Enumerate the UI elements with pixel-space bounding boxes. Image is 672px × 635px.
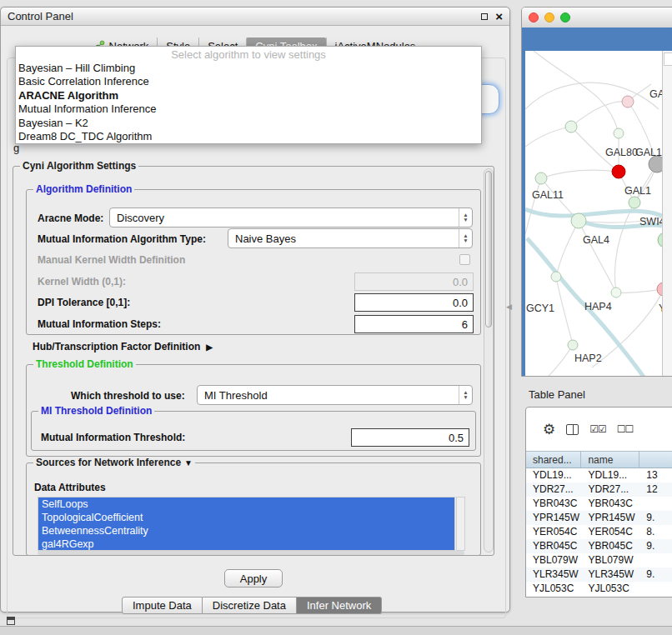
network-canvas[interactable]: GAL8GAL80GAL10GAL11GAL1SWI4GAL4GCY1HAP4Y… xyxy=(525,51,662,377)
table-cell: YER054C xyxy=(526,525,581,539)
kernel-width-field[interactable]: 0.0 xyxy=(354,272,474,291)
sources-title: Sources for Network Inference xyxy=(36,457,181,468)
mi-type-select[interactable]: Naive Bayes ▲▼ xyxy=(228,228,473,248)
network-edge[interactable] xyxy=(525,82,659,109)
mi-threshold-label: Mutual Information Threshold: xyxy=(41,432,185,443)
network-edge[interactable] xyxy=(556,221,579,277)
manual-kernel-label: Manual Kernel Width Definition xyxy=(38,254,185,266)
scrollbar-thumb[interactable] xyxy=(485,171,492,328)
table-cell: YBR043C xyxy=(581,497,639,511)
network-edge[interactable] xyxy=(525,127,571,147)
network-node[interactable] xyxy=(649,156,662,172)
network-node[interactable] xyxy=(622,96,634,108)
table-row[interactable]: YLR345WYLR345W9. xyxy=(526,568,672,582)
close-icon[interactable]: × xyxy=(495,10,503,22)
restore-panel-icon[interactable] xyxy=(7,617,15,625)
network-edge-highlighted[interactable] xyxy=(525,209,662,216)
algorithm-option[interactable]: Basic Correlation Inference xyxy=(16,75,481,88)
aracne-mode-value: Discovery xyxy=(110,212,164,224)
cyni-settings-title: Cyni Algorithm Settings xyxy=(20,160,138,172)
data-attributes-list[interactable]: SelfLoopsTopologicalCoefficientBetweenne… xyxy=(38,497,455,551)
algorithm-option[interactable]: Bayesian – K2 xyxy=(16,117,481,130)
node-label: GAL8 xyxy=(649,88,662,100)
stepper-icon: ▲▼ xyxy=(459,386,472,404)
table-cell xyxy=(639,497,672,511)
network-edge[interactable] xyxy=(579,221,616,292)
column-header[interactable]: shared... xyxy=(526,452,581,468)
mi-steps-field[interactable]: 6 xyxy=(354,315,474,333)
network-node[interactable] xyxy=(629,197,640,208)
zoom-traffic-light-icon[interactable] xyxy=(560,12,570,22)
table-cell: YDR27... xyxy=(581,482,639,497)
attribute-list-item[interactable]: TopologicalCoefficient xyxy=(38,511,454,524)
table-row[interactable]: YDR27...YDR27...12 xyxy=(526,482,672,497)
table-panel-title: Table Panel xyxy=(529,388,585,401)
attribute-list-item[interactable]: SelfLoops xyxy=(38,498,454,511)
close-traffic-light-icon[interactable] xyxy=(529,12,539,22)
network-node[interactable] xyxy=(612,165,625,178)
network-node[interactable] xyxy=(535,172,547,184)
algorithm-option[interactable]: Mutual Information Inference xyxy=(16,102,481,116)
which-threshold-select[interactable]: MI Threshold ▲▼ xyxy=(197,385,473,405)
network-node[interactable] xyxy=(551,272,561,282)
network-edge[interactable] xyxy=(616,289,662,293)
table-row[interactable]: YBL079WYBL079W xyxy=(526,553,672,568)
aracne-mode-select[interactable]: Discovery ▲▼ xyxy=(109,208,473,228)
chevron-down-icon: ▼ xyxy=(184,458,193,468)
select-all-columns-icon[interactable]: ☑☑ xyxy=(589,423,606,435)
tab-infer-network[interactable]: Infer Network xyxy=(297,597,382,614)
control-panel-titlebar[interactable]: Control Panel × xyxy=(1,8,509,26)
attributes-list-hscrollbar[interactable] xyxy=(38,551,464,555)
table-cell: YJL053C xyxy=(581,582,639,596)
table-row[interactable]: YDL19...YDL19...13 xyxy=(526,468,672,482)
node-label: GCY1 xyxy=(526,302,554,314)
network-edge[interactable] xyxy=(529,345,573,377)
settings-vertical-scrollbar[interactable] xyxy=(484,168,494,552)
attribute-list-item[interactable]: gal4RGexp xyxy=(38,538,454,551)
table-row[interactable]: YJL053CYJL053C xyxy=(526,582,672,596)
table-row[interactable]: YBR045CYBR045C9. xyxy=(526,539,672,553)
network-edge[interactable] xyxy=(525,178,541,234)
network-node[interactable] xyxy=(611,288,621,298)
attribute-list-item[interactable]: BetweennessCentrality xyxy=(38,524,454,538)
table-cell: 13 xyxy=(639,468,672,482)
table-row[interactable]: YPR145WYPR145W9. xyxy=(526,511,672,525)
table-row[interactable]: YER054CYER054C8. xyxy=(526,525,672,539)
minimize-traffic-light-icon[interactable] xyxy=(544,12,554,22)
table-header-row[interactable]: shared...name xyxy=(526,451,672,468)
table-row[interactable]: YBR043CYBR043C xyxy=(526,497,672,511)
attributes-list-scrollbar[interactable] xyxy=(456,497,465,551)
column-header[interactable] xyxy=(639,452,672,468)
table-cell: YER054C xyxy=(581,525,639,539)
network-node[interactable] xyxy=(614,128,624,138)
column-header[interactable]: name xyxy=(581,452,639,468)
network-node[interactable] xyxy=(568,340,578,350)
network-graph[interactable]: GAL8GAL80GAL10GAL11GAL1SWI4GAL4GCY1HAP4Y… xyxy=(525,51,662,377)
network-edge[interactable] xyxy=(534,51,619,133)
network-edge[interactable] xyxy=(571,102,628,127)
network-node[interactable] xyxy=(565,121,577,132)
columns-icon[interactable] xyxy=(566,424,579,435)
tab-discretize-data[interactable]: Discretize Data xyxy=(203,597,297,614)
deselect-all-columns-icon[interactable]: ☐☐ xyxy=(617,423,634,435)
algorithm-option[interactable]: Bayesian – Hill Climbing xyxy=(16,62,481,75)
network-vertical-scrollbar[interactable] xyxy=(662,51,672,377)
panel-divider-handle[interactable]: ◀ xyxy=(506,302,512,311)
gear-icon[interactable]: ⚙ xyxy=(543,422,555,437)
manual-kernel-checkbox[interactable] xyxy=(459,254,470,265)
network-window-titlebar[interactable] xyxy=(522,8,672,28)
dpi-tolerance-value: 0.0 xyxy=(453,297,468,309)
network-node[interactable] xyxy=(571,213,586,228)
algorithm-option[interactable]: Dream8 DC_TDC Algorithm xyxy=(16,130,481,143)
hub-definition-expander[interactable]: Hub/Transcription Factor Definition ▶ xyxy=(33,341,213,352)
float-window-icon[interactable] xyxy=(481,13,488,20)
algorithm-option[interactable]: ARACNE Algorithm xyxy=(16,89,481,102)
dpi-tolerance-field[interactable]: 0.0 xyxy=(354,293,474,312)
tab-impute-data[interactable]: Impute Data xyxy=(122,597,203,614)
sources-expander[interactable]: Sources for Network Inference ▼ xyxy=(33,457,195,468)
network-edge[interactable] xyxy=(541,170,619,178)
mi-threshold-value: 0.5 xyxy=(449,432,464,444)
table-panel-window: ⚙ ☑☑ ☐☐ shared...name YDL19...YDL19...13… xyxy=(525,407,672,598)
apply-button[interactable]: Apply xyxy=(224,569,283,588)
mi-threshold-field[interactable]: 0.5 xyxy=(351,428,469,447)
